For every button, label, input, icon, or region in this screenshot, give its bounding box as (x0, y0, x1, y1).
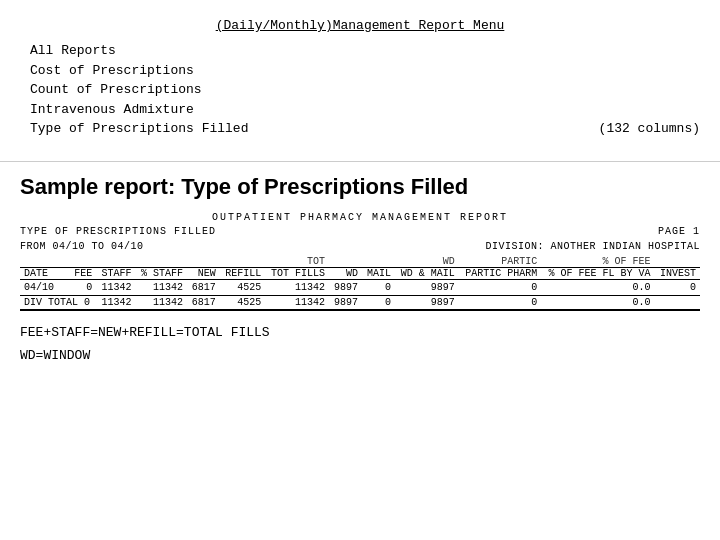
col-fee: FEE (65, 267, 96, 279)
cell-invest: 0 (655, 279, 700, 295)
col-new: NEW (187, 267, 220, 279)
section-divider (0, 161, 720, 162)
total-row: DIV TOTAL 0 11342 11342 6817 4525 11342 … (20, 295, 700, 310)
col-pct-fee: % OF FEE FL BY VA (541, 267, 654, 279)
cell-total-wd: 9897 (329, 295, 362, 310)
menu-item-all-reports[interactable]: All Reports (30, 41, 700, 61)
col-invest: INVEST (655, 267, 700, 279)
menu-item-type[interactable]: Type of Prescriptions Filled (30, 119, 248, 139)
cell-pct-staff: 11342 (135, 279, 187, 295)
cell-partic-pharm: 0 (459, 279, 541, 295)
col-tot-fills: TOT FILLS (265, 267, 329, 279)
col-subheader-row: TOT WD PARTIC % OF FEE (20, 256, 700, 268)
cell-staff: 11342 (96, 279, 135, 295)
footnote-1: FEE+STAFF=NEW+REFILL=TOTAL FILLS (20, 321, 700, 344)
report-date-range: FROM 04/10 TO 04/10 (20, 241, 144, 252)
col-partic-pharm: PARTIC PHARM (459, 267, 541, 279)
cell-total-new: 6817 (187, 295, 220, 310)
cell-total-staff: 11342 (96, 295, 135, 310)
cell-total-label: DIV TOTAL 0 (20, 295, 96, 310)
cell-total-mail: 0 (362, 295, 395, 310)
cell-wd: 9897 (329, 279, 362, 295)
col-staff: STAFF (96, 267, 135, 279)
cell-new: 6817 (187, 279, 220, 295)
col-header-row: DATE FEE STAFF % STAFF NEW REFILL TOT FI… (20, 267, 700, 279)
menu-item-cost[interactable]: Cost of Prescriptions (30, 61, 700, 81)
cell-mail: 0 (362, 279, 395, 295)
menu-item-count[interactable]: Count of Prescriptions (30, 80, 700, 100)
cell-total-pct-staff: 11342 (135, 295, 187, 310)
cell-total-refill: 4525 (220, 295, 265, 310)
cell-total-tot-fills: 11342 (265, 295, 329, 310)
cell-pct-fee: 0.0 (541, 279, 654, 295)
col-mail: MAIL (362, 267, 395, 279)
col-refill: REFILL (220, 267, 265, 279)
col-wd: WD (329, 267, 362, 279)
report-page-number: PAGE 1 (658, 226, 700, 237)
cell-tot-fills: 11342 (265, 279, 329, 295)
col-pct-staff: % STAFF (135, 267, 187, 279)
cell-refill: 4525 (220, 279, 265, 295)
report-division: DIVISION: ANOTHER INDIAN HOSPITAL (485, 241, 700, 252)
report-header-line1: OUTPATIENT PHARMACY MANAGEMENT REPORT (20, 210, 700, 226)
cell-total-pct-fee: 0.0 (541, 295, 654, 310)
menu-item-iv[interactable]: Intravenous Admixture (30, 100, 700, 120)
report-header-line2: TYPE OF PRESCRIPTIONS FILLED (20, 226, 216, 237)
cell-total-partic-pharm: 0 (459, 295, 541, 310)
cell-total-wd-mail: 9897 (395, 295, 459, 310)
cell-total-invest (655, 295, 700, 310)
col-wd-mail: WD & MAIL (395, 267, 459, 279)
columns-note: (132 columns) (599, 119, 700, 139)
cell-wd-mail: 9897 (395, 279, 459, 295)
table-row: 04/10 0 11342 11342 6817 4525 11342 9897… (20, 279, 700, 295)
cell-fee: 0 (65, 279, 96, 295)
footnote-2: WD=WINDOW (20, 344, 700, 367)
cell-date: 04/10 (20, 279, 65, 295)
report-table: TOT WD PARTIC % OF FEE DATE FEE STAFF % … (20, 256, 700, 311)
report-menu-title: (Daily/Monthly)Management Report Menu (20, 18, 700, 33)
sample-report-heading: Sample report: Type of Prescriptions Fil… (0, 174, 720, 210)
col-date: DATE (20, 267, 65, 279)
